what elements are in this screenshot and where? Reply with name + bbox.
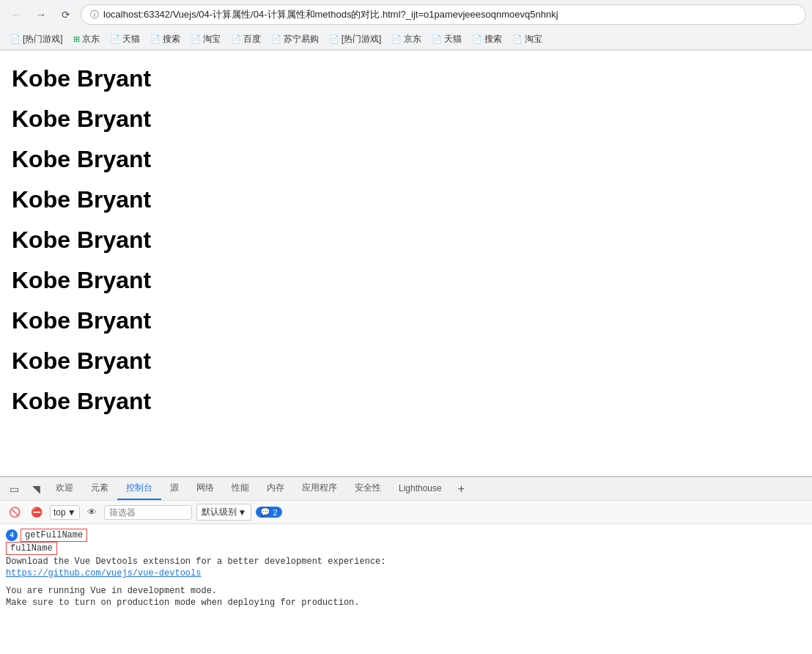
browser-chrome: ← → ⟳ ⓘ localhost:63342/Vuejs/04-计算属性/04… bbox=[0, 0, 812, 51]
bookmark-label-5: 百度 bbox=[243, 33, 261, 45]
kobe-line-3: Kobe Bryant bbox=[12, 186, 800, 213]
bookmark-item-6[interactable]: 📄 苏宁易购 bbox=[267, 32, 323, 47]
error-count: 2 bbox=[273, 508, 277, 517]
bookmark-label-0: [热门游戏] bbox=[23, 33, 63, 45]
console-toolbar: 🚫 ⛔ top ▼ 👁 默认级别 ▼ 💬 2 bbox=[0, 501, 812, 524]
bookmark-label-10: 搜索 bbox=[484, 33, 502, 45]
block-console-button[interactable]: ⛔ bbox=[28, 505, 45, 519]
kobe-line-5: Kobe Bryant bbox=[12, 267, 800, 294]
bookmark-label-7: [热门游戏] bbox=[342, 33, 382, 45]
doc-icon-0: 📄 bbox=[10, 34, 21, 44]
bookmark-item-7[interactable]: 📄 [热门游戏] bbox=[325, 32, 386, 47]
devtools-dock-button[interactable]: ▭ bbox=[3, 478, 25, 500]
error-badge: 💬 2 bbox=[256, 507, 281, 518]
tab-elements[interactable]: 元素 bbox=[82, 477, 117, 500]
devtools-panel: ▭ ◥ 欢迎 元素 控制台 源 网络 性能 内存 应用程序 安全性 Lighth… bbox=[0, 476, 812, 614]
getfullname-box: getFullName bbox=[21, 529, 87, 542]
bookmark-label-11: 淘宝 bbox=[525, 33, 542, 45]
doc-icon-8: 📄 bbox=[391, 34, 402, 44]
tab-console[interactable]: 控制台 bbox=[117, 477, 161, 500]
bookmark-item-9[interactable]: 📄 天猫 bbox=[427, 32, 466, 47]
bookmark-label-1: 京东 bbox=[82, 33, 100, 45]
devtools-link[interactable]: https://github.com/vuejs/vue-devtools bbox=[6, 568, 201, 578]
devtools-mobile-button[interactable]: ◥ bbox=[25, 478, 47, 500]
tab-welcome[interactable]: 欢迎 bbox=[47, 477, 82, 500]
kobe-line-6: Kobe Bryant bbox=[12, 307, 800, 334]
count-badge-4: 4 bbox=[6, 529, 18, 541]
kobe-line-8: Kobe Bryant bbox=[12, 388, 800, 415]
bookmark-item-4[interactable]: 📄 淘宝 bbox=[186, 32, 225, 47]
tab-security[interactable]: 安全性 bbox=[346, 477, 390, 500]
bookmarks-bar: 📄 [热门游戏] ⊞ 京东 📄 天猫 📄 搜索 📄 淘宝 📄 百度 📄 苏宁易购 bbox=[0, 29, 812, 50]
nav-bar: ← → ⟳ ⓘ localhost:63342/Vuejs/04-计算属性/04… bbox=[0, 0, 812, 29]
bookmark-item-0[interactable]: 📄 [热门游戏] bbox=[6, 32, 67, 47]
bookmark-label-8: 京东 bbox=[404, 33, 421, 45]
kobe-line-1: Kobe Bryant bbox=[12, 106, 800, 133]
top-context-selector[interactable]: top ▼ bbox=[50, 505, 80, 520]
console-line-getfullname: 4 getFullName bbox=[6, 529, 806, 542]
doc-icon-7: 📄 bbox=[329, 34, 339, 44]
bookmark-label-9: 天猫 bbox=[444, 33, 462, 45]
bookmark-item-3[interactable]: 📄 搜索 bbox=[146, 32, 185, 47]
console-line-fullname: fullName bbox=[6, 543, 806, 554]
mode-msg-1: You are running Vue in development mode. bbox=[6, 586, 806, 596]
doc-icon-2: 📄 bbox=[110, 34, 120, 44]
back-button[interactable]: ← bbox=[6, 4, 26, 25]
doc-icon-6: 📄 bbox=[271, 34, 281, 44]
doc-icon-5: 📄 bbox=[231, 34, 241, 44]
doc-icon-11: 📄 bbox=[512, 34, 523, 44]
level-label: 默认级别 bbox=[202, 506, 237, 518]
bookmark-label-2: 天猫 bbox=[122, 33, 140, 45]
bookmark-label-6: 苏宁易购 bbox=[284, 33, 319, 45]
reload-button[interactable]: ⟳ bbox=[56, 4, 76, 25]
jd-icon-1: ⊞ bbox=[73, 34, 80, 44]
chevron-down-icon: ▼ bbox=[67, 507, 76, 518]
bookmark-item-10[interactable]: 📄 搜索 bbox=[468, 32, 506, 47]
tab-lighthouse[interactable]: Lighthouse bbox=[390, 479, 451, 499]
add-tab-button[interactable]: + bbox=[451, 478, 472, 500]
filter-input[interactable] bbox=[104, 505, 192, 520]
kobe-line-7: Kobe Bryant bbox=[12, 348, 800, 375]
devtools-tabs: ▭ ◥ 欢迎 元素 控制台 源 网络 性能 内存 应用程序 安全性 Lighth… bbox=[0, 477, 812, 501]
bookmark-label-3: 搜索 bbox=[163, 33, 180, 45]
kobe-line-4: Kobe Bryant bbox=[12, 227, 800, 254]
mode-msg-2: Make sure to turn on production mode whe… bbox=[6, 598, 806, 608]
bookmark-item-2[interactable]: 📄 天猫 bbox=[106, 32, 144, 47]
kobe-line-0: Kobe Bryant bbox=[12, 65, 800, 92]
doc-icon-3: 📄 bbox=[150, 34, 160, 44]
address-bar[interactable]: ⓘ localhost:63342/Vuejs/04-计算属性/04-计算属性和… bbox=[81, 4, 806, 25]
devtools-link-line: https://github.com/vuejs/vue-devtools bbox=[6, 568, 806, 578]
tab-sources[interactable]: 源 bbox=[161, 477, 188, 500]
eye-button[interactable]: 👁 bbox=[84, 505, 100, 519]
fullname-box: fullName bbox=[6, 542, 57, 555]
level-selector[interactable]: 默认级别 ▼ bbox=[196, 504, 252, 521]
bookmark-item-8[interactable]: 📄 京东 bbox=[387, 32, 426, 47]
tab-memory[interactable]: 内存 bbox=[258, 477, 293, 500]
tab-application[interactable]: 应用程序 bbox=[293, 477, 346, 500]
bookmark-item-11[interactable]: 📄 淘宝 bbox=[508, 32, 547, 47]
bookmark-item-5[interactable]: 📄 百度 bbox=[226, 32, 265, 47]
top-label: top bbox=[53, 507, 66, 518]
bookmark-item-1[interactable]: ⊞ 京东 bbox=[69, 32, 104, 47]
console-output: 4 getFullName fullName Download the Vue … bbox=[0, 524, 812, 614]
clear-console-button[interactable]: 🚫 bbox=[6, 505, 23, 519]
chevron-down-icon-level: ▼ bbox=[238, 507, 247, 518]
address-text: localhost:63342/Vuejs/04-计算属性/04-计算属性和me… bbox=[103, 8, 797, 21]
tab-performance[interactable]: 性能 bbox=[223, 477, 258, 500]
kobe-line-2: Kobe Bryant bbox=[12, 146, 800, 173]
error-icon: 💬 bbox=[260, 507, 270, 517]
doc-icon-4: 📄 bbox=[191, 34, 201, 44]
bookmark-label-4: 淘宝 bbox=[203, 33, 221, 45]
forward-button[interactable]: → bbox=[31, 4, 51, 25]
devtools-msg: Download the Vue Devtools extension for … bbox=[6, 556, 806, 567]
doc-icon-9: 📄 bbox=[432, 34, 442, 44]
info-icon: ⓘ bbox=[90, 9, 99, 21]
tab-network[interactable]: 网络 bbox=[188, 477, 223, 500]
page-content: Kobe Bryant Kobe Bryant Kobe Bryant Kobe… bbox=[0, 51, 812, 476]
doc-icon-10: 📄 bbox=[472, 34, 482, 44]
